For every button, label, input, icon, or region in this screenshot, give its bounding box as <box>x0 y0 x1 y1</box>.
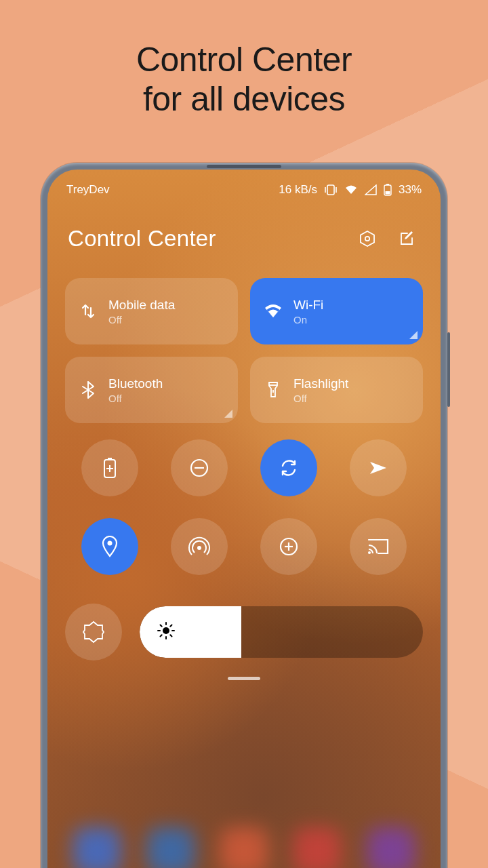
svg-line-29 <box>170 635 171 636</box>
circle-toggles <box>65 439 423 575</box>
svg-rect-4 <box>386 184 389 185</box>
brightness-sun-icon <box>157 622 175 642</box>
brightness-slider[interactable] <box>140 606 423 658</box>
auto-brightness-toggle[interactable] <box>65 604 122 660</box>
dnd-toggle[interactable] <box>171 439 228 496</box>
battery-saver-toggle[interactable] <box>81 439 138 496</box>
dock-app <box>147 827 195 868</box>
headline-line2: for all devices <box>143 80 345 118</box>
wifi-status-icon <box>344 184 358 195</box>
vibrate-icon <box>324 184 338 195</box>
status-bar: TreyDev 16 kB/s 33% <box>47 183 441 197</box>
hotspot-icon <box>188 536 211 557</box>
expand-corner-icon <box>224 410 232 418</box>
quick-tiles: Mobile data Off Wi-Fi On Bl <box>65 278 423 423</box>
data-saver-toggle[interactable] <box>260 518 317 575</box>
bluetooth-icon <box>79 380 98 399</box>
dock-app <box>220 827 268 868</box>
hotspot-toggle[interactable] <box>171 518 228 575</box>
brightness-fill <box>140 606 241 658</box>
svg-point-23 <box>163 627 169 634</box>
dnd-icon <box>188 457 210 479</box>
mobile-data-label: Mobile data <box>108 298 175 313</box>
location-icon <box>101 536 119 557</box>
headline-line1: Control Center <box>136 41 352 79</box>
svg-point-16 <box>108 541 113 546</box>
svg-line-28 <box>161 625 162 627</box>
phone-mockup: TreyDev 16 kB/s 33% Control Center <box>41 163 447 868</box>
bluetooth-tile[interactable]: Bluetooth Off <box>65 357 238 423</box>
svg-rect-10 <box>104 460 115 477</box>
svg-point-18 <box>281 538 297 555</box>
auto-rotate-toggle[interactable] <box>260 439 317 496</box>
data-saver-icon <box>278 536 300 557</box>
airplane-icon <box>367 457 389 479</box>
svg-marker-22 <box>83 622 104 642</box>
dock-app <box>293 827 341 868</box>
flashlight-icon <box>264 380 283 399</box>
dock-app <box>367 827 415 868</box>
svg-rect-3 <box>384 185 391 195</box>
carrier-label: TreyDev <box>66 183 110 197</box>
svg-rect-0 <box>327 185 334 195</box>
drag-handle[interactable] <box>228 677 260 680</box>
brightness-auto-icon <box>82 620 105 644</box>
phone-screen: TreyDev 16 kB/s 33% Control Center <box>47 170 441 868</box>
signal-icon <box>365 184 377 195</box>
bluetooth-label: Bluetooth <box>108 376 163 391</box>
mobile-data-state: Off <box>108 314 175 326</box>
mobile-data-icon <box>79 302 98 321</box>
wifi-tile[interactable]: Wi-Fi On <box>250 278 423 344</box>
flashlight-tile[interactable]: Flashlight Off <box>250 357 423 423</box>
phone-speaker <box>207 165 281 168</box>
battery-toggle-icon <box>102 457 117 479</box>
svg-marker-6 <box>361 231 374 246</box>
svg-point-7 <box>365 237 369 241</box>
header-row: Control Center <box>47 225 441 252</box>
svg-rect-11 <box>108 458 112 460</box>
location-toggle[interactable] <box>81 518 138 575</box>
svg-line-31 <box>161 635 162 636</box>
edit-icon <box>398 230 415 248</box>
rotate-icon <box>278 457 300 479</box>
svg-point-14 <box>191 460 207 476</box>
airplane-toggle[interactable] <box>350 439 407 496</box>
cast-toggle[interactable] <box>350 518 407 575</box>
edit-button[interactable] <box>393 225 420 252</box>
settings-button[interactable] <box>354 225 381 252</box>
blurred-dock <box>47 793 441 868</box>
svg-line-30 <box>170 625 171 627</box>
wifi-label: Wi-Fi <box>293 298 323 313</box>
flashlight-label: Flashlight <box>293 376 348 391</box>
svg-point-17 <box>197 546 201 550</box>
bluetooth-state: Off <box>108 393 163 404</box>
svg-point-21 <box>368 551 371 554</box>
wifi-icon <box>264 302 283 321</box>
dock-app <box>73 827 121 868</box>
svg-rect-5 <box>385 191 390 195</box>
flashlight-state: Off <box>293 393 348 404</box>
expand-corner-icon <box>409 331 418 339</box>
status-bar-right: 16 kB/s 33% <box>279 183 422 197</box>
wifi-state: On <box>293 314 323 326</box>
battery-icon <box>384 184 392 196</box>
promo-headline: Control Center for all devices <box>0 41 488 119</box>
page-title: Control Center <box>68 226 342 252</box>
phone-side-button <box>447 332 450 407</box>
cast-icon <box>367 537 390 556</box>
mobile-data-tile[interactable]: Mobile data Off <box>65 278 238 344</box>
network-speed: 16 kB/s <box>279 183 317 197</box>
settings-hex-icon <box>358 229 377 248</box>
battery-percent: 33% <box>399 183 422 197</box>
brightness-row <box>65 604 423 660</box>
